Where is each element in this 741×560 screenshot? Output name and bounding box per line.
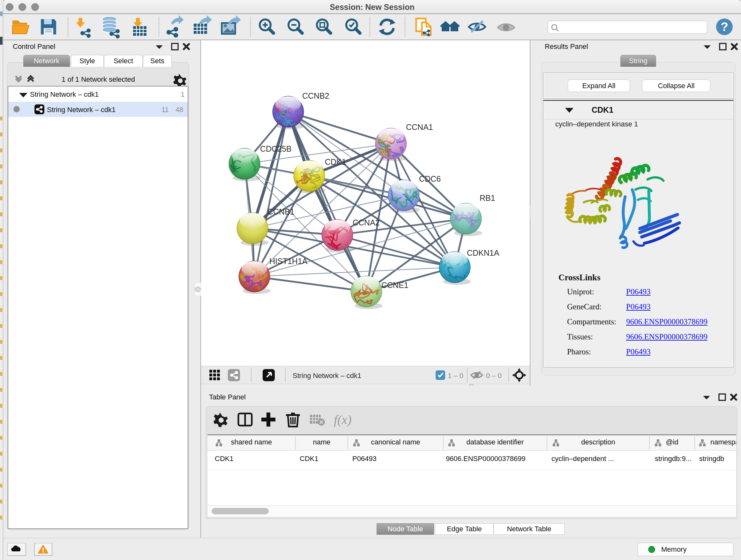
svg-text:1 – 0: 1 – 0 bbox=[448, 372, 463, 380]
svg-text:CCNB2: CCNB2 bbox=[302, 91, 329, 100]
svg-text:CDC25B: CDC25B bbox=[260, 144, 292, 153]
svg-text:CDC6: CDC6 bbox=[419, 174, 441, 183]
svg-text:String Network – cdk1: String Network – cdk1 bbox=[293, 372, 361, 380]
svg-text:RB1: RB1 bbox=[480, 193, 495, 202]
svg-text:CCNA1: CCNA1 bbox=[406, 123, 433, 132]
svg-text:f(x): f(x) bbox=[334, 413, 352, 427]
svg-text:CCNB1: CCNB1 bbox=[267, 207, 294, 216]
svg-text:CCNA2: CCNA2 bbox=[353, 218, 380, 227]
svg-text:HIST1H1A: HIST1H1A bbox=[269, 257, 308, 266]
svg-text:CDKN1A: CDKN1A bbox=[467, 248, 499, 257]
svg-text:0 – 0: 0 – 0 bbox=[486, 372, 502, 380]
svg-text:CDK1: CDK1 bbox=[325, 158, 346, 166]
svg-text:CCNE1: CCNE1 bbox=[381, 281, 408, 290]
svg-text:?: ? bbox=[721, 20, 728, 34]
